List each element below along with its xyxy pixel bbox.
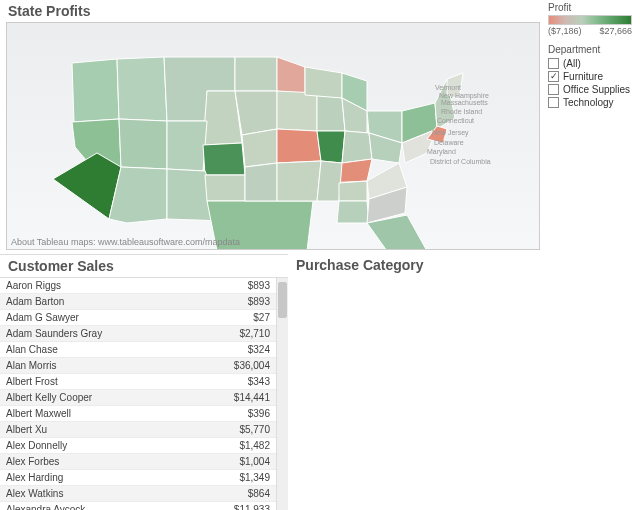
customer-name: Alan Morris <box>6 360 220 371</box>
customer-amount: $1,004 <box>220 456 270 467</box>
state-label: Connecticut <box>437 117 474 124</box>
table-row[interactable]: Adam G Sawyer$27 <box>0 310 276 326</box>
customer-amount: $343 <box>220 376 270 387</box>
customer-name: Aaron Riggs <box>6 280 220 291</box>
purchase-category-title: Purchase Category <box>288 254 640 276</box>
customer-amount: $1,482 <box>220 440 270 451</box>
customer-name: Alex Watkins <box>6 488 220 499</box>
state-label: New Jersey <box>432 129 469 137</box>
customer-amount: $36,004 <box>220 360 270 371</box>
checkbox-icon[interactable] <box>548 71 559 82</box>
department-label: Technology <box>563 97 614 108</box>
state-label: Rhode Island <box>441 108 482 115</box>
department-options: (All)FurnitureOffice SuppliesTechnology <box>548 57 632 109</box>
legend-max: $27,666 <box>599 26 632 36</box>
department-option[interactable]: (All) <box>548 57 632 70</box>
scrollbar[interactable] <box>276 278 288 510</box>
customer-name: Alex Harding <box>6 472 220 483</box>
legend-panel: Profit ($7,186) $27,666 Department (All)… <box>548 0 632 109</box>
map-attribution: About Tableau maps: www.tableausoftware.… <box>11 237 240 247</box>
customer-name: Alex Forbes <box>6 456 220 467</box>
customer-name: Albert Xu <box>6 424 220 435</box>
customer-amount: $5,770 <box>220 424 270 435</box>
customer-name: Albert Maxwell <box>6 408 220 419</box>
state-label: District of Columbia <box>430 158 491 165</box>
scrollbar-thumb[interactable] <box>278 282 287 318</box>
state-label: Delaware <box>434 139 464 146</box>
state-label: Vermont <box>435 84 461 91</box>
customer-sales-title: Customer Sales <box>0 255 288 277</box>
customer-name: Adam G Sawyer <box>6 312 220 323</box>
table-row[interactable]: Alex Watkins$864 <box>0 486 276 502</box>
checkbox-icon[interactable] <box>548 97 559 108</box>
department-label: Furniture <box>563 71 603 82</box>
customer-name: Adam Barton <box>6 296 220 307</box>
customer-amount: $893 <box>220 296 270 307</box>
customer-name: Alan Chase <box>6 344 220 355</box>
legend-gradient <box>548 15 632 25</box>
customer-name: Adam Saunders Gray <box>6 328 220 339</box>
customer-amount: $2,710 <box>220 328 270 339</box>
customer-amount: $324 <box>220 344 270 355</box>
department-option[interactable]: Furniture <box>548 70 632 83</box>
state-label: Massachusetts <box>441 99 488 106</box>
department-title: Department <box>548 42 632 57</box>
table-row[interactable]: Albert Frost$343 <box>0 374 276 390</box>
department-label: Office Supplies <box>563 84 630 95</box>
customer-amount: $14,441 <box>220 392 270 403</box>
table-row[interactable]: Alexandra Aycock$11,933 <box>0 502 276 510</box>
map-title: State Profits <box>0 0 640 22</box>
customer-name: Albert Kelly Cooper <box>6 392 220 403</box>
legend-min: ($7,186) <box>548 26 582 36</box>
department-option[interactable]: Technology <box>548 96 632 109</box>
customer-name: Alexandra Aycock <box>6 504 220 510</box>
customer-amount: $396 <box>220 408 270 419</box>
department-option[interactable]: Office Supplies <box>548 83 632 96</box>
table-row[interactable]: Adam Saunders Gray$2,710 <box>0 326 276 342</box>
customer-sales-table[interactable]: Aaron Riggs$893Adam Barton$893Adam G Saw… <box>0 278 276 510</box>
table-row[interactable]: Aaron Riggs$893 <box>0 278 276 294</box>
customer-amount: $11,933 <box>220 504 270 510</box>
checkbox-icon[interactable] <box>548 58 559 69</box>
us-map-svg: New HampshireMassachusettsRhode IslandCo… <box>7 23 540 250</box>
table-row[interactable]: Alex Forbes$1,004 <box>0 454 276 470</box>
table-row[interactable]: Alan Chase$324 <box>0 342 276 358</box>
customer-amount: $893 <box>220 280 270 291</box>
table-row[interactable]: Alex Donnelly$1,482 <box>0 438 276 454</box>
customer-name: Albert Frost <box>6 376 220 387</box>
table-row[interactable]: Albert Maxwell$396 <box>0 406 276 422</box>
customer-amount: $27 <box>220 312 270 323</box>
customer-amount: $1,349 <box>220 472 270 483</box>
state-profit-map[interactable]: New HampshireMassachusettsRhode IslandCo… <box>6 22 540 250</box>
state-label: Maryland <box>427 148 456 156</box>
table-row[interactable]: Adam Barton$893 <box>0 294 276 310</box>
table-row[interactable]: Alex Harding$1,349 <box>0 470 276 486</box>
table-row[interactable]: Alan Morris$36,004 <box>0 358 276 374</box>
legend-title: Profit <box>548 0 632 15</box>
table-row[interactable]: Albert Kelly Cooper$14,441 <box>0 390 276 406</box>
customer-name: Alex Donnelly <box>6 440 220 451</box>
table-row[interactable]: Albert Xu$5,770 <box>0 422 276 438</box>
checkbox-icon[interactable] <box>548 84 559 95</box>
customer-amount: $864 <box>220 488 270 499</box>
department-label: (All) <box>563 58 581 69</box>
